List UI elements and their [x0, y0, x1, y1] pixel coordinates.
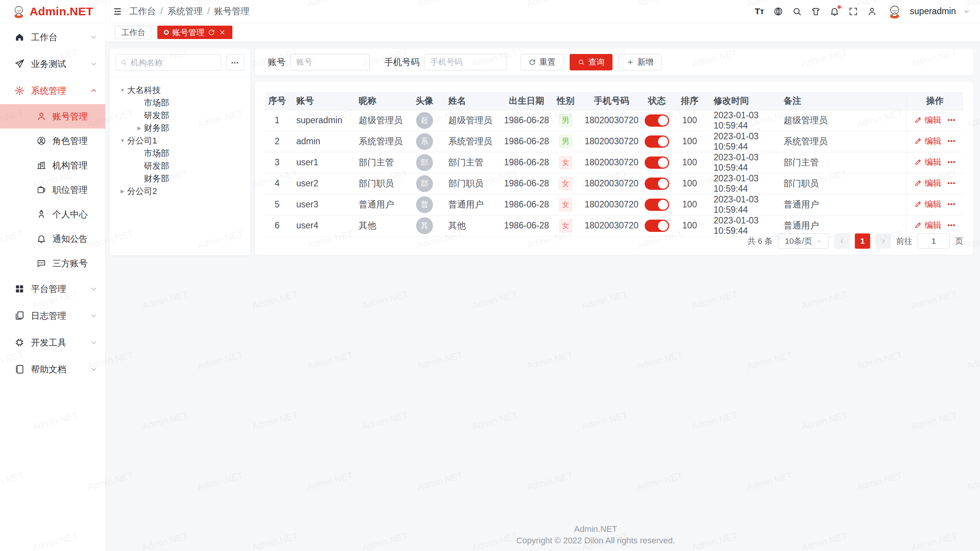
search-icon[interactable]	[791, 6, 803, 17]
accounts-table-card: 序号账号昵称头像姓名出生日期性别手机号码状态排序修改时间备注操作 1supera…	[255, 82, 973, 255]
tab-label: 账号管理	[172, 27, 204, 38]
cell-index: 1	[265, 110, 289, 131]
sidebar-subitem[interactable]: 通知公告	[0, 227, 105, 251]
sidebar-subitem[interactable]: 职位管理	[0, 178, 105, 202]
caret-expanded-icon[interactable]: ▼	[118, 138, 127, 143]
reset-button[interactable]: 重置	[521, 54, 564, 70]
notification-bell-icon[interactable]	[829, 6, 840, 17]
org-search-field[interactable]	[116, 54, 221, 71]
cell-order: 100	[673, 131, 707, 152]
goto-page-input[interactable]	[918, 233, 950, 249]
caret-expanded-icon[interactable]: ▼	[118, 87, 127, 93]
more-actions-button[interactable]: •••	[947, 158, 956, 166]
close-icon[interactable]	[219, 29, 226, 36]
role-icon	[36, 136, 46, 146]
tree-node[interactable]: 市场部	[109, 96, 250, 109]
next-page-button[interactable]	[875, 233, 891, 249]
sidebar-subitem[interactable]: 角色管理	[0, 129, 105, 153]
cell-name: 部门主管	[441, 152, 504, 173]
tree-node[interactable]: ▼大名科技	[109, 84, 250, 96]
chevron-right-icon	[880, 238, 887, 245]
sidebar-fold-icon[interactable]	[113, 7, 122, 16]
status-toggle[interactable]	[645, 135, 669, 148]
footer-copyright: Copyright © 2022 Dilon All rights reserv…	[211, 535, 980, 546]
fullscreen-icon[interactable]	[848, 6, 859, 17]
refresh-icon[interactable]	[208, 29, 215, 36]
user-icon	[867, 7, 877, 16]
more-actions-button[interactable]: •••	[947, 137, 956, 145]
status-toggle[interactable]	[645, 156, 669, 169]
font-size-icon[interactable]: Tт	[754, 6, 765, 17]
edit-button[interactable]: 编辑	[914, 135, 941, 147]
caret-collapsed-icon[interactable]: ▶	[118, 188, 127, 194]
user-menu-chevron-down-icon[interactable]	[963, 8, 970, 15]
footer: Admin.NET Copyright © 2022 Dilon All rig…	[211, 523, 980, 546]
tree-node[interactable]: ▶财务部	[109, 122, 250, 134]
sidebar-subitem-label: 机构管理	[52, 160, 88, 171]
status-toggle[interactable]	[645, 178, 669, 190]
language-icon[interactable]	[773, 6, 784, 17]
page-number-button[interactable]: 1	[855, 233, 870, 249]
sidebar-item[interactable]: 工作台	[0, 24, 105, 51]
sidebar-subitem[interactable]: 个人中心	[0, 202, 105, 227]
add-button[interactable]: 新增	[619, 54, 662, 70]
cell-account: superadmin	[289, 110, 352, 131]
breadcrumb-item[interactable]: 账号管理	[214, 5, 250, 17]
more-actions-button[interactable]: •••	[947, 179, 956, 187]
sidebar-subitem[interactable]: 机构管理	[0, 153, 105, 178]
tab-active[interactable]: 账号管理	[157, 26, 232, 39]
tree-node[interactable]: 研发部	[109, 109, 250, 122]
tree-node[interactable]: 研发部	[109, 160, 250, 172]
toggle-knob	[658, 200, 668, 210]
breadcrumb-item[interactable]: 系统管理	[167, 5, 203, 17]
search-button[interactable]: 查询	[570, 54, 612, 70]
org-search-input[interactable]	[131, 58, 216, 67]
page-size-select[interactable]: 10条/页	[778, 233, 829, 249]
theme-icon[interactable]	[810, 6, 822, 17]
sidebar-item[interactable]: 开发工具	[0, 329, 105, 356]
column-header-account: 账号	[289, 92, 352, 110]
status-toggle[interactable]	[645, 199, 669, 211]
cell-modified: 2023-01-03 10:59:44	[707, 110, 777, 131]
caret-collapsed-icon[interactable]: ▶	[135, 125, 144, 131]
cell-birthday: 1986-06-28	[504, 110, 549, 131]
edit-button[interactable]: 编辑	[914, 156, 941, 168]
prev-page-button[interactable]	[834, 233, 849, 249]
sidebar-item[interactable]: 平台管理	[0, 276, 105, 302]
sidebar-subitem[interactable]: 账号管理	[0, 104, 105, 129]
cell-status	[641, 173, 673, 194]
tree-node[interactable]: 市场部	[109, 147, 250, 160]
org-tree-more-button[interactable]: •••	[226, 54, 244, 71]
edit-button[interactable]: 编辑	[914, 178, 941, 189]
sidebar-item[interactable]: 系统管理	[0, 77, 105, 104]
tree-node[interactable]: ▶分公司2	[109, 185, 250, 197]
more-actions-button[interactable]: •••	[947, 116, 956, 124]
sidebar-item[interactable]: 日志管理	[0, 302, 105, 329]
cell-nickname: 部门职员	[352, 173, 408, 194]
edit-icon	[914, 221, 922, 229]
status-toggle[interactable]	[645, 220, 669, 232]
tab-item[interactable]: 工作台	[115, 26, 152, 39]
account-input[interactable]	[291, 54, 370, 70]
refresh-icon	[529, 59, 536, 66]
sidebar-item[interactable]: 业务测试	[0, 51, 105, 77]
tree-node[interactable]: ▼分公司1	[109, 134, 250, 147]
more-actions-button[interactable]: •••	[947, 201, 956, 208]
avatar[interactable]	[887, 4, 902, 19]
cell-avatar: 部	[408, 173, 441, 194]
user-icon[interactable]	[866, 6, 878, 17]
sidebar-subitem[interactable]: 三方账号	[0, 251, 105, 276]
edit-button[interactable]: 编辑	[914, 199, 941, 210]
edit-button[interactable]: 编辑	[914, 114, 941, 126]
edit-button[interactable]: 编辑	[914, 220, 941, 231]
status-toggle[interactable]	[645, 114, 669, 127]
more-actions-button[interactable]: •••	[947, 222, 956, 229]
sidebar-item[interactable]: 帮助文档	[0, 356, 105, 383]
gender-badge: 女	[559, 177, 572, 190]
logo[interactable]: Admin.NET	[0, 0, 105, 23]
tree-node[interactable]: 财务部	[109, 172, 250, 185]
phone-input[interactable]	[425, 54, 507, 70]
username[interactable]: superadmin	[910, 6, 956, 16]
search-icon	[578, 59, 585, 66]
breadcrumb-item[interactable]: 工作台	[129, 5, 156, 17]
